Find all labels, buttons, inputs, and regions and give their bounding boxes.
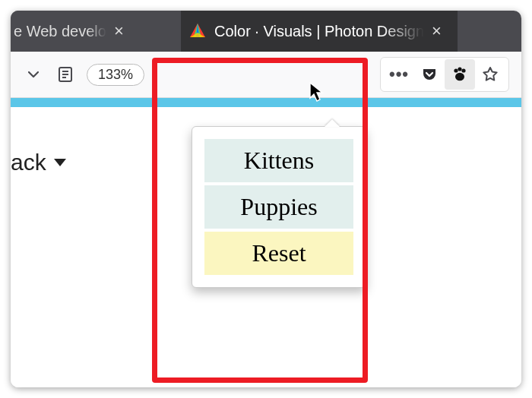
accent-bar bbox=[11, 98, 521, 107]
close-tab-icon[interactable]: × bbox=[114, 23, 124, 39]
tab-label: Color · Visuals | Photon Design bbox=[214, 23, 424, 40]
caret-down-icon bbox=[54, 159, 66, 166]
popup-item-kittens[interactable]: Kittens bbox=[204, 139, 353, 182]
svg-point-10 bbox=[461, 68, 465, 72]
extension-paw-icon[interactable] bbox=[445, 59, 475, 90]
photon-favicon bbox=[188, 22, 207, 40]
extension-popup: Kittens Puppies Reset bbox=[192, 126, 366, 288]
page-actions-icon[interactable]: ••• bbox=[384, 59, 414, 90]
svg-point-9 bbox=[458, 67, 461, 71]
popup-item-puppies[interactable]: Puppies bbox=[204, 185, 353, 229]
page-dropdown[interactable]: ack bbox=[11, 150, 66, 175]
tab-label: e Web develo bbox=[11, 23, 106, 40]
bookmark-star-icon[interactable] bbox=[475, 59, 505, 90]
page-dropdown-label: ack bbox=[11, 150, 46, 175]
chevron-down-icon[interactable] bbox=[18, 59, 49, 90]
svg-point-11 bbox=[455, 73, 464, 81]
pocket-icon[interactable] bbox=[414, 59, 445, 90]
zoom-level-badge[interactable]: 133% bbox=[87, 64, 144, 86]
ellipsis-icon: ••• bbox=[389, 65, 409, 84]
toolbar: 133% ••• bbox=[11, 52, 521, 98]
close-tab-icon[interactable]: × bbox=[432, 23, 442, 39]
tab-inactive[interactable]: e Web develo × bbox=[11, 11, 181, 52]
toolbar-left: 133% bbox=[11, 59, 149, 90]
tab-active[interactable]: Color · Visuals | Photon Design × bbox=[181, 11, 458, 52]
tab-strip: e Web develo × Color · Visuals | Photon … bbox=[11, 11, 521, 52]
toolbar-right: ••• bbox=[380, 57, 509, 92]
popup-item-reset[interactable]: Reset bbox=[204, 232, 353, 275]
svg-point-8 bbox=[454, 68, 458, 72]
reader-view-icon[interactable] bbox=[49, 59, 82, 90]
